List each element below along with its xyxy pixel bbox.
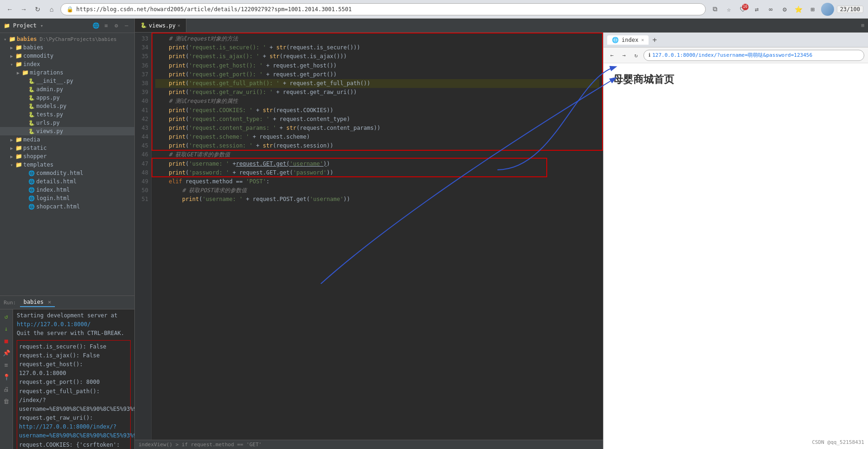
code-line-34: print('request.is_secure(): ' + str(requ…	[155, 43, 599, 52]
server-link[interactable]: http://127.0.0.1:8000/	[17, 321, 91, 328]
breadcrumb: indexView() > if request.method == 'GET'	[139, 442, 262, 448]
output-get-port: request.get_port(): 8000	[19, 378, 128, 387]
sidebar-item-apps-py[interactable]: ▶ 🐍 apps.py	[0, 94, 134, 102]
code-line-44: print('request.scheme: ' + request.schem…	[155, 133, 599, 141]
b-refresh-btn[interactable]: ↻	[631, 51, 641, 60]
sidebar-item-index-html[interactable]: ▶ 🌐 index.html	[0, 186, 134, 194]
run-tab-babies[interactable]: babies ✕	[20, 298, 55, 307]
editor-layout-btn[interactable]: ⊞	[861, 22, 864, 28]
run-output-line-quit: Quit the server with CTRL-BREAK.	[17, 329, 131, 338]
layout-btn[interactable]: ≡	[1, 360, 12, 370]
editor-toolbar: ⊞	[861, 22, 868, 28]
stop-btn[interactable]: ■	[1, 335, 12, 346]
code-editor: 33 34 35 36 37 38 39 40 41 42 43 44 45 4…	[135, 33, 603, 449]
settings-icon[interactable]: ≡	[102, 21, 110, 30]
browser-tab-close[interactable]: ✕	[641, 37, 644, 42]
sidebar-item-pstatic[interactable]: ▶ 📁 pstatic	[0, 144, 134, 152]
raw-uri-link[interactable]: http://127.0.0.1:8000/index/?username=%E…	[19, 423, 134, 439]
sidebar-item-commodity-html[interactable]: ▶ 🌐 commodity.html	[0, 169, 134, 177]
new-tab-btn[interactable]: +	[652, 35, 657, 44]
editor-browser-split: 33 34 35 36 37 38 39 40 41 42 43 44 45 4…	[135, 33, 868, 449]
minimize-icon[interactable]: —	[122, 21, 131, 30]
nav-refresh[interactable]: ↻	[33, 4, 43, 14]
output-is-secure: request.is_secure(): False	[19, 342, 128, 351]
sidebar-item-babies-root[interactable]: ▾ 📁 babies D:\PyCharmProjects\babies	[0, 35, 134, 43]
sidebar-item-babies[interactable]: ▶ 📁 babies	[0, 43, 134, 52]
code-line-45: print('request.session: ' + str(request.…	[155, 141, 599, 150]
output-get-host: request.get_host(): 127.0.0.1:8000	[19, 360, 128, 378]
sidebar-item-init-py[interactable]: ▶ 🐍 __init__.py	[0, 77, 134, 85]
run-header: Run: babies ✕	[0, 296, 134, 309]
sidebar-item-urls-py[interactable]: ▶ 🐍 urls.py	[0, 119, 134, 127]
nav-back[interactable]: ←	[5, 4, 15, 14]
star-icon[interactable]: ⭐	[793, 4, 804, 15]
code-line-51: print('username: ' + request.POST.get('u…	[155, 195, 599, 204]
browser-panel: 🌐 index ✕ + ← → ↻ ℹ 127.0.0.1:8000/index…	[603, 33, 868, 449]
code-line-35: print('request.is_ajax(): ' + str(reques…	[155, 52, 599, 61]
nav-forward[interactable]: →	[19, 4, 29, 14]
main-address-bar[interactable]: 🔒 https://blog.csdn.net/howard2005/artic…	[60, 3, 706, 15]
sidebar-item-tests-py[interactable]: ▶ 🐍 tests.py	[0, 110, 134, 119]
b-back-btn[interactable]: ←	[607, 51, 616, 60]
output-raw-uri: request.get_raw_uri(): http://127.0.0.1:…	[19, 414, 128, 441]
translate-icon[interactable]: ⇄	[751, 4, 762, 15]
sidebar-item-views-py[interactable]: ▶ 🐍 views.py	[0, 127, 134, 135]
infinity-icon[interactable]: ∞	[765, 4, 776, 15]
sidebar-item-shopper[interactable]: ▶ 📁 shopper	[0, 152, 134, 161]
pin-btn[interactable]: 📌	[1, 348, 12, 358]
sidebar-item-login-html[interactable]: ▶ 🌐 login.html	[0, 194, 134, 202]
down-btn[interactable]: ↓	[1, 323, 12, 334]
code-area: 33 34 35 36 37 38 39 40 41 42 43 44 45 4…	[135, 33, 603, 440]
sidebar-item-index[interactable]: ▾ 📁 index	[0, 60, 134, 68]
code-line-39: print('request.get_raw_uri(): ' + reques…	[155, 88, 599, 97]
csdn-watermark: CSDN @qq_52158431	[812, 439, 864, 445]
b-address-bar[interactable]: ℹ 127.0.0.1:8000/index/?username=萌萌哒&pas…	[643, 50, 864, 61]
code-line-36: print('request.get_host(): ' + request.g…	[155, 61, 599, 70]
page-counter: 23/100	[837, 6, 863, 13]
cast-icon[interactable]: ⧉	[709, 4, 721, 15]
code-line-38: print('request.get_full_path(): ' + requ…	[155, 79, 599, 88]
sidebar-item-shopcart-html[interactable]: ▶ 🌐 shopcart.html	[0, 202, 134, 211]
sidebar-header: 📁 Project ▾ 🌐 ≡ ⚙ —	[0, 19, 134, 33]
apps-icon[interactable]: ⊞	[807, 4, 818, 15]
browser-tab-index[interactable]: 🌐 index ✕	[607, 35, 649, 45]
left-panel: 📁 Project ▾ 🌐 ≡ ⚙ — ▾ 📁 babies D:\PyChar	[0, 19, 135, 449]
sidebar-item-models-py[interactable]: ▶ 🐍 models.py	[0, 102, 134, 110]
sidebar-item-migrations[interactable]: ▶ 📁 migrations	[0, 68, 134, 77]
ide-container: 📁 Project ▾ 🌐 ≡ ⚙ — ▾ 📁 babies D:\PyChar	[0, 19, 868, 449]
sidebar-item-admin-py[interactable]: ▶ 🐍 admin.py	[0, 85, 134, 94]
run-tab-close[interactable]: ✕	[48, 299, 51, 305]
user-avatar[interactable]	[821, 3, 834, 16]
print-btn[interactable]: 🖨	[1, 384, 12, 394]
sidebar-item-media[interactable]: ▶ 📁 media	[0, 135, 134, 144]
gear-icon[interactable]: ⚙	[112, 21, 120, 30]
pin2-btn[interactable]: 📍	[1, 372, 12, 382]
restart-btn[interactable]: ↺	[1, 311, 12, 322]
line-numbers: 33 34 35 36 37 38 39 40 41 42 43 44 45 4…	[135, 33, 152, 440]
code-line-40: # 测试request对象的属性	[155, 97, 599, 106]
add-folder-icon[interactable]: 🌐	[92, 21, 100, 30]
sidebar-item-commodity[interactable]: ▶ 📁 commodity	[0, 52, 134, 60]
sidebar-tree: ▾ 📁 babies D:\PyCharmProjects\babies ▶ 📁…	[0, 33, 134, 295]
output-is-ajax: request.is_ajax(): False	[19, 351, 128, 360]
browser-chrome: ← → ↻ ⌂ 🔒 https://blog.csdn.net/howard20…	[0, 0, 868, 19]
status-bar: indexView() > if request.method == 'GET'	[135, 440, 603, 449]
b-lock-icon: ℹ	[649, 52, 650, 58]
browser-content: 母婴商城首页	[603, 63, 868, 449]
shield-icon[interactable]: 🛡 16	[737, 4, 749, 15]
sidebar-item-details-html[interactable]: ▶ 🌐 details.html	[0, 177, 134, 186]
tab-views-py[interactable]: 🐍 views.py ✕	[135, 19, 186, 32]
code-line-41: print('request.COOKIES: ' + str(request.…	[155, 106, 599, 115]
sidebar-item-templates[interactable]: ▾ 📁 templates	[0, 161, 134, 169]
code-content: # 测试request对象的方法 print('request.is_secur…	[152, 33, 603, 440]
code-line-48: print('password: ' + request.GET.get('pa…	[155, 168, 599, 177]
run-body: ↺ ↓ ■ 📌 ≡ 📍 🖨 🗑 Starting development ser…	[0, 309, 134, 449]
tab-close-views-py[interactable]: ✕	[178, 23, 180, 28]
settings-icon[interactable]: ⚙	[779, 4, 790, 15]
browser-toolbar: ⧉ ☆ 🛡 16 ⇄ ∞ ⚙ ⭐ ⊞ 23/100	[709, 3, 863, 16]
nav-home[interactable]: ⌂	[46, 4, 57, 14]
b-forward-btn[interactable]: →	[619, 51, 629, 60]
bookmark-icon[interactable]: ☆	[723, 4, 735, 15]
browser-nav: ← → ↻ ℹ 127.0.0.1:8000/index/?username=萌…	[603, 47, 868, 63]
delete-btn[interactable]: 🗑	[1, 396, 12, 406]
